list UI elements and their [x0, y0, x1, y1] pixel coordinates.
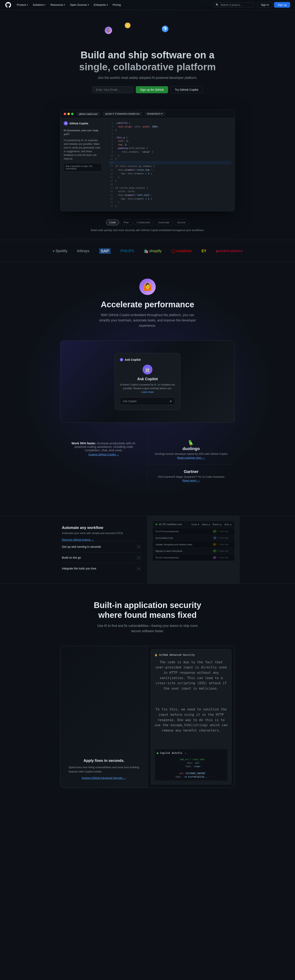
copilot-inner-input[interactable]: Ask Copilot ➤ — [120, 397, 175, 405]
tab-code[interactable]: Code — [106, 220, 119, 225]
float-code-icon: 💎 — [162, 25, 168, 32]
code-line: 17} — [109, 179, 231, 183]
nav-pricing[interactable]: Pricing — [111, 2, 123, 8]
autofix-dot — [157, 752, 158, 754]
logo-philips: PHILIPS — [120, 249, 134, 253]
signup-button[interactable]: Sign up — [274, 2, 290, 8]
nav-product[interactable]: Product ▾ — [15, 2, 30, 8]
gartner-report-link[interactable]: Read report → — [182, 479, 200, 482]
copilot-chat-input[interactable]: Ask a question or type / for commands — [64, 163, 102, 172]
workflow-row[interactable]: Accessibility tools ● 2 days ago — [153, 535, 234, 541]
copilot-inner: ✦ Ask Copilot 🤖 Ask Copilot Hi there! Co… — [115, 353, 180, 410]
accordion-expand-icon-2[interactable]: + — [137, 566, 141, 571]
security-heading: Built-in application security where foun… — [86, 600, 209, 620]
window-body: ✦ GitHub Copilot Hi @someone, how can I … — [61, 118, 234, 211]
window-tab-2[interactable]: gx-bar-✦ 0 characters.module.css — [103, 112, 142, 116]
chevron-down-icon: ▾ — [45, 4, 45, 6]
chevron-down-icon: ▾ — [64, 4, 65, 6]
logo-societe-generale: ▦SOCIÉTÉ GÉNÉRALE — [216, 250, 242, 253]
status-badge: ● — [213, 536, 217, 539]
accordion-item-1: Build on the go + — [62, 552, 141, 563]
workflow-cols: Count ▼ Status ▲ Branch ▲ Actor ▲ — [191, 523, 232, 526]
window-tab-1[interactable]: github-copilot-user — [77, 112, 100, 116]
minimize-dot[interactable] — [67, 113, 70, 115]
hero-floats: 🦆 ⭐ 💎 — [5, 25, 290, 45]
signin-button[interactable]: Sign in — [257, 2, 273, 8]
search-box[interactable]: 🔍 Search or jump to... — [213, 2, 254, 7]
workflow-row[interactable]: Fix #72 Inconsistencies ✓ 2 days ago — [153, 528, 234, 535]
code-demo-section: github-copilot-user gx-bar-✦ 0 character… — [55, 110, 240, 211]
nav-solutions[interactable]: Solutions ▾ — [31, 2, 48, 8]
code-window: github-copilot-user gx-bar-✦ 0 character… — [60, 110, 235, 211]
copilot-greeting: Hi @someone, how can I help you? — [64, 129, 102, 136]
logo-shopify: 🛍️shopify — [144, 249, 161, 253]
automate-actions-link[interactable]: Discover GitHub Actions → — [62, 538, 94, 541]
stat-left: Work 55% faster. Increase productivity w… — [60, 435, 148, 487]
stat-card-duolingo: 🦜 duolingo Duolingo boosts developer spe… — [148, 435, 235, 465]
search-icon: 🔍 — [216, 3, 219, 6]
accordion-expand-icon-1[interactable]: + — [137, 555, 141, 560]
chevron-down-icon: ▾ — [88, 4, 89, 6]
accelerate-avatar: 🙆 — [139, 278, 156, 295]
copilot-learn-more-link[interactable]: Learn more — [141, 391, 154, 393]
accelerate-heading: Accelerate performance — [5, 300, 290, 309]
tab-automate[interactable]: Automate — [155, 220, 173, 225]
accordion-expand-icon-0[interactable]: + — [137, 545, 141, 549]
nav-open-sources[interactable]: Open Sources ▾ — [68, 2, 91, 8]
accordion-header-0[interactable]: Get up and running in seconds + — [62, 545, 141, 549]
nav-enterprise[interactable]: Enterprise ▾ — [92, 2, 110, 8]
email-input[interactable] — [92, 86, 133, 93]
logos-section: ● Spotify Infosys SAP PHILIPS 🛍️shopify … — [0, 240, 295, 262]
copilot-header: ✦ GitHub Copilot — [64, 121, 102, 126]
signup-cta-button[interactable]: Sign up for GitHub — [136, 86, 168, 93]
stat-highlight: Work 55% faster. Increase productivity w… — [67, 441, 141, 452]
workflow-row[interactable]: Fix #11 Inconsistencies ⚠ 4 days ago — [153, 554, 234, 561]
accordion-header-1[interactable]: Build on the go + — [62, 555, 141, 560]
navigation: Product ▾ Solutions ▾ Resources ▾ Open S… — [0, 0, 295, 10]
code-line: 2 text-align: left; width: 100%; — [109, 125, 231, 129]
duolingo-icon: 🦜 — [154, 440, 228, 445]
logo-sap: SAP — [99, 248, 111, 254]
security-advanced-link[interactable]: Explore GitHub Advanced Security → — [69, 776, 139, 780]
copilot-cta-button[interactable]: Try GitHub Copilot — [171, 86, 203, 93]
tab-plan[interactable]: Plan — [120, 220, 132, 225]
autofix-header: Copilot Autofix ✦ — [157, 751, 226, 755]
logos-row: ● Spotify Infosys SAP PHILIPS 🛍️shopify … — [5, 248, 290, 254]
explore-copilot-link[interactable]: Explore GitHub Copilot → — [88, 453, 119, 456]
workflow-row[interactable]: Update changelog and release notes ◌ 3 d… — [153, 541, 234, 548]
copilot-panel: ✦ GitHub Copilot Hi @someone, how can I … — [61, 118, 105, 211]
security-card-wrapper: Apply fixes in seconds. Spend less time … — [55, 646, 240, 788]
accelerate-section: 🙆 Accelerate performance With GitHub Cop… — [0, 262, 295, 515]
window-tab-3[interactable]: format.html-h ✦ — [145, 112, 165, 116]
window-header: github-copilot-user gx-bar-✦ 0 character… — [61, 110, 234, 118]
close-dot[interactable] — [64, 113, 66, 115]
code-line: 15 top: this.element { 1 } — [109, 172, 231, 175]
github-logo[interactable] — [5, 2, 11, 8]
accordion-item-2: Integrate the tools you love + — [62, 563, 141, 574]
hero-heading: Build and ship software on a single, col… — [76, 49, 219, 73]
workflow-status-dot — [155, 523, 157, 525]
copilot-inner-msg: Hi there! Copilot is powered by AI, so m… — [120, 383, 175, 394]
logo-spotify: ● Spotify — [53, 249, 67, 253]
workflow-card: 45,797 workflow runs Count ▼ Status ▲ Br… — [152, 521, 235, 561]
code-line: 13if (this.content.up.isDemo) { — [109, 164, 231, 168]
hero-subtext: Join the world's most widely adopted AI-… — [5, 76, 290, 80]
autofix-code-block: Copilot Autofix ✦ add_url / clear_html t… — [155, 749, 228, 781]
workflow-row[interactable]: Migrate to latest Storybook ✓ 4 days ago — [153, 548, 234, 554]
duolingo-story-link[interactable]: Read customer story → — [177, 456, 205, 459]
float-duck-icon: 🦆 — [105, 27, 112, 34]
security-card: Apply fixes in seconds. Spend less time … — [60, 646, 235, 788]
stat-right: 🦜 duolingo Duolingo boosts developer spe… — [148, 435, 235, 487]
logo-ey: EY — [202, 249, 206, 253]
code-line: 14 this.element('style.top,', — [109, 168, 231, 172]
accordion-header-2[interactable]: Integrate the tools you love + — [62, 566, 141, 571]
code-line: 4 — [109, 132, 231, 136]
automate-inner: Automate any workflow Automate your work… — [55, 516, 240, 584]
logo-vodafone: ◯vodafone — [171, 249, 192, 253]
automate-desc: Automate your work with simple and secur… — [62, 531, 141, 535]
tab-collaborate[interactable]: Collaborate — [133, 220, 154, 225]
nav-resources[interactable]: Resources ▾ — [48, 2, 67, 8]
automate-left: Automate any workflow Automate your work… — [55, 516, 148, 584]
tab-secure[interactable]: Secure — [174, 220, 189, 225]
expand-dot[interactable] — [71, 113, 73, 115]
